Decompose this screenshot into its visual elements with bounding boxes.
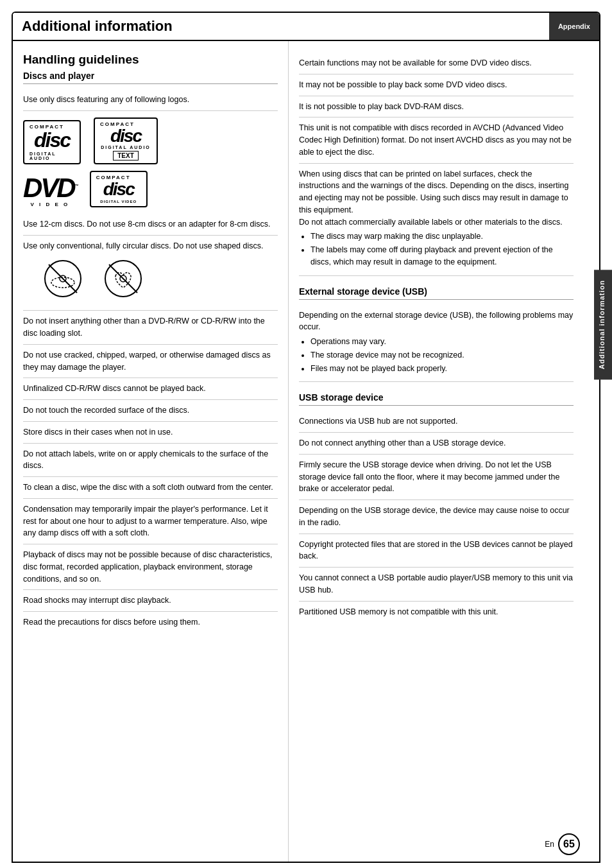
disc-letters: disc xyxy=(34,130,70,150)
digital-audio-label-2: DIGITAL AUDIO xyxy=(101,145,151,150)
text-badge: TEXT xyxy=(113,151,139,161)
appendix-tab: Appendix xyxy=(549,13,599,40)
label-bullets: The discs may warp making the disc unpla… xyxy=(310,230,574,268)
disc-icons-row xyxy=(42,258,259,299)
text-condensation: Condensation may temporarily impair the … xyxy=(23,499,278,544)
text-dvd-ram: It is not possible to play back DVD-RAM … xyxy=(299,96,574,118)
no-disc-svg-1 xyxy=(42,258,83,299)
dvd-video-label: V I D E O xyxy=(30,202,69,207)
no-disc-icon-2 xyxy=(103,258,144,299)
svg-line-3 xyxy=(49,265,77,293)
digital-audio-label: DIGITAL AUDIO xyxy=(30,152,74,161)
page-number-area: En 65 xyxy=(545,833,580,855)
left-column: Handling guidelines Discs and player Use… xyxy=(13,41,289,862)
no-disc-icon-1 xyxy=(42,258,83,299)
page-number: 65 xyxy=(558,833,580,855)
text-playback-possible: Playback of discs may not be possible be… xyxy=(23,544,278,590)
logos-row-2: DVD™ V I D E O COMPACT disc DIGITAL VIDE… xyxy=(23,171,278,207)
text-dvd-rw: Do not insert anything other than a DVD-… xyxy=(23,311,278,345)
bullet-not-played: Files may not be played back properly. xyxy=(310,363,574,375)
bullet-operations: Operations may vary. xyxy=(310,336,574,348)
cd-text-logo: COMPACT disc DIGITAL AUDIO TEXT xyxy=(94,117,158,164)
text-firmly-secure: Firmly secure the USB storage device whe… xyxy=(299,455,574,500)
dvd-letters: DVD™ xyxy=(23,175,77,202)
usb-storage-title: USB storage device xyxy=(299,392,574,406)
dvd-video-logo: DVD™ V I D E O xyxy=(23,175,77,207)
text-cracked: Do not use cracked, chipped, warped, or … xyxy=(23,345,278,379)
subsection-title: Discs and player xyxy=(23,71,278,84)
text-no-labels: Do not attach labels, write on or apply … xyxy=(23,444,278,478)
cd-digital-audio-logo: COMPACT disc DIGITAL AUDIO xyxy=(23,120,81,164)
text-usb-portable: You cannot connect a USB portable audio … xyxy=(299,568,574,602)
text-clean: To clean a disc, wipe the disc with a so… xyxy=(23,477,278,499)
cd-digital-video-logo: COMPACT disc DIGITAL VIDEO xyxy=(90,171,148,207)
text-copyright: Copyright protected files that are store… xyxy=(299,534,574,568)
section-title: Handling guidelines xyxy=(23,53,278,67)
bullet-warp: The discs may warp making the disc unpla… xyxy=(310,230,574,243)
side-tab: Additional information xyxy=(594,270,612,379)
page-title: Additional information xyxy=(13,13,549,40)
text-store-cases: Store discs in their cases when not in u… xyxy=(23,422,278,444)
disc-letters-2: disc xyxy=(110,127,141,145)
external-storage-bullets: Operations may vary. The storage device … xyxy=(310,336,574,374)
page-header: Additional information Appendix xyxy=(12,12,600,41)
text-circular-discs: Use only conventional, fully circular di… xyxy=(23,236,278,311)
text-unfinalized: Unfinalized CD-R/RW discs cannot be play… xyxy=(23,378,278,400)
digital-video-label: DIGITAL VIDEO xyxy=(100,200,137,204)
disc-letters-3: disc xyxy=(103,180,134,198)
bullet-labels-off: The labels may come off during playback … xyxy=(310,244,574,268)
right-column: Certain functions may not be available f… xyxy=(289,41,599,862)
text-no-touch: Do not touch the recorded surface of the… xyxy=(23,400,278,422)
text-noise-radio: Depending on the USB storage device, the… xyxy=(299,500,574,534)
text-avchd: This unit is not compatible with discs r… xyxy=(299,117,574,163)
text-usb-hub: Connections via USB hub are not supporte… xyxy=(299,411,574,433)
text-not-possible-some: It may not be possible to play back some… xyxy=(299,74,574,96)
text-do-not-connect: Do not connect anything other than a USB… xyxy=(299,433,574,455)
page-en-label: En xyxy=(545,840,554,849)
no-disc-svg-2 xyxy=(103,258,144,299)
text-label-surfaces: When using discs that can be printed on … xyxy=(299,164,574,276)
text-road-shocks: Road shocks may interrupt disc playback. xyxy=(23,590,278,612)
content-area: Handling guidelines Discs and player Use… xyxy=(12,41,600,863)
bullet-not-recognized: The storage device may not be recognized… xyxy=(310,349,574,361)
external-storage-title: External storage device (USB) xyxy=(299,286,574,300)
intro-text: Use only discs featuring any of followin… xyxy=(23,89,278,111)
logos-row-1: COMPACT disc DIGITAL AUDIO COMPACT disc … xyxy=(23,117,278,164)
text-certain-functions: Certain functions may not be available f… xyxy=(299,53,574,74)
svg-line-6 xyxy=(109,265,137,293)
text-read-precautions: Read the precautions for discs before us… xyxy=(23,612,278,633)
text-partitioned: Partitioned USB memory is not compatible… xyxy=(299,602,574,623)
text-external-storage-intro: Depending on the external storage device… xyxy=(299,305,574,383)
text-12cm: Use 12-cm discs. Do not use 8-cm discs o… xyxy=(23,214,278,236)
